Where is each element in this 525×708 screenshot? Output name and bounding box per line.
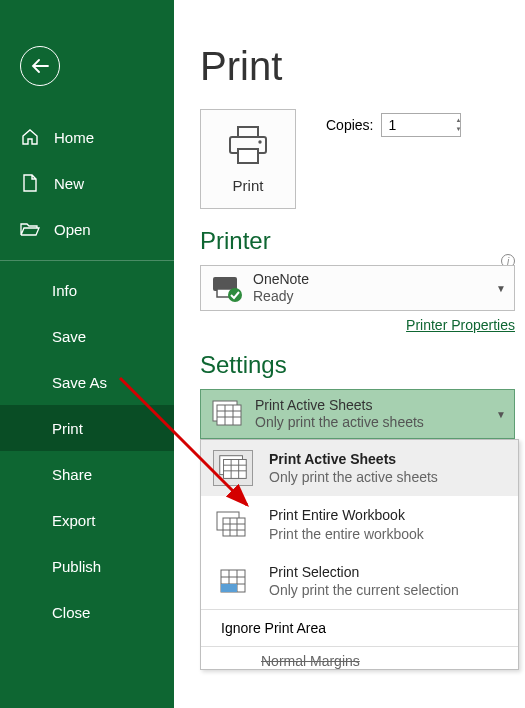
sidebar-separator [0, 260, 174, 261]
menu-item-title: Print Entire Workbook [269, 506, 424, 524]
spinner-down-icon[interactable]: ▼ [455, 125, 461, 134]
menu-item-sub: Print the entire workbook [269, 525, 424, 543]
menu-item-active-sheets[interactable]: Print Active Sheets Only print the activ… [201, 440, 518, 496]
backstage-sidebar: Home New Open Info Save Save As Print [0, 0, 174, 708]
sidebar-item-close[interactable]: Close [0, 589, 174, 635]
sidebar-label-info: Info [52, 282, 77, 299]
sidebar-item-save[interactable]: Save [0, 313, 174, 359]
printer-status-icon [209, 273, 243, 303]
sidebar-label-share: Share [52, 466, 92, 483]
menu-item-print-selection[interactable]: Print Selection Only print the current s… [201, 553, 518, 609]
new-file-icon [20, 173, 40, 193]
sheets-icon [209, 399, 245, 429]
sidebar-item-export[interactable]: Export [0, 497, 174, 543]
svg-rect-30 [221, 584, 237, 592]
svg-point-6 [228, 288, 242, 302]
svg-rect-14 [224, 460, 247, 479]
copies-input[interactable] [381, 113, 461, 137]
svg-rect-0 [238, 127, 258, 137]
chevron-down-icon: ▼ [496, 283, 506, 294]
printer-properties-link[interactable]: Printer Properties [406, 317, 515, 333]
sidebar-label-publish: Publish [52, 558, 101, 575]
menu-item-sub: Only print the active sheets [269, 468, 438, 486]
print-panel: Print Print Copies: ▲ ▼ i [174, 0, 525, 708]
menu-item-title: Print Selection [269, 563, 459, 581]
print-what-sub: Only print the active sheets [255, 414, 496, 432]
menu-item-sub: Only print the current selection [269, 581, 459, 599]
page-title: Print [200, 44, 515, 89]
sheets-icon [213, 450, 253, 486]
sidebar-label-save: Save [52, 328, 86, 345]
copies-spinner[interactable]: ▲ ▼ [455, 116, 461, 134]
sidebar-label-saveas: Save As [52, 374, 107, 391]
printer-dropdown[interactable]: OneNote Ready ▼ [200, 265, 515, 311]
sidebar-item-saveas[interactable]: Save As [0, 359, 174, 405]
menu-item-entire-workbook[interactable]: Print Entire Workbook Print the entire w… [201, 496, 518, 552]
print-button-label: Print [233, 177, 264, 194]
print-what-dropdown[interactable]: Print Active Sheets Only print the activ… [200, 389, 515, 439]
sidebar-item-print[interactable]: Print [0, 405, 174, 451]
sidebar-item-home[interactable]: Home [0, 114, 174, 160]
svg-point-3 [258, 140, 261, 143]
printer-icon [226, 125, 270, 165]
back-button[interactable] [20, 46, 60, 86]
printer-heading: Printer [200, 227, 515, 255]
print-button[interactable]: Print [200, 109, 296, 209]
settings-heading: Settings [200, 351, 515, 379]
sidebar-label-print: Print [52, 420, 83, 437]
print-what-title: Print Active Sheets [255, 397, 496, 415]
menu-item-normal-margins[interactable]: Normal Margins [201, 646, 518, 669]
sidebar-label-new: New [54, 175, 84, 192]
sidebar-label-home: Home [54, 129, 94, 146]
sidebar-item-info[interactable]: Info [0, 267, 174, 313]
print-what-menu: Print Active Sheets Only print the activ… [200, 439, 519, 670]
sidebar-label-export: Export [52, 512, 95, 529]
home-icon [20, 127, 40, 147]
menu-item-ignore-print-area[interactable]: Ignore Print Area [201, 610, 518, 646]
sidebar-item-publish[interactable]: Publish [0, 543, 174, 589]
open-folder-icon [20, 219, 40, 239]
sidebar-label-close: Close [52, 604, 90, 621]
svg-rect-20 [223, 518, 245, 536]
sidebar-label-open: Open [54, 221, 91, 238]
printer-status: Ready [253, 288, 496, 306]
sidebar-item-share[interactable]: Share [0, 451, 174, 497]
printer-name: OneNote [253, 271, 496, 289]
svg-rect-8 [217, 405, 241, 425]
sidebar-item-new[interactable]: New [0, 160, 174, 206]
selection-icon [213, 563, 253, 599]
back-arrow-icon [31, 59, 49, 73]
svg-rect-2 [238, 149, 258, 163]
workbook-icon [213, 507, 253, 543]
spinner-up-icon[interactable]: ▲ [455, 116, 461, 125]
menu-item-title: Print Active Sheets [269, 450, 438, 468]
copies-label: Copies: [326, 117, 373, 133]
sidebar-item-open[interactable]: Open [0, 206, 174, 252]
chevron-down-icon: ▼ [496, 409, 506, 420]
